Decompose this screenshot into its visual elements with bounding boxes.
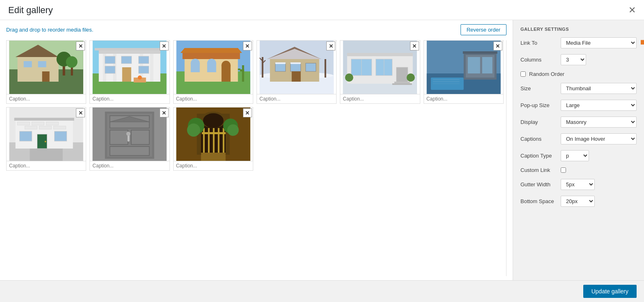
svg-rect-119 <box>218 128 219 155</box>
gallery-item: ✕ <box>89 107 170 171</box>
caption-input[interactable] <box>90 161 169 170</box>
bottom-space-select[interactable]: 0px 5px 10px 15px 20px 25px 30px <box>561 196 595 207</box>
update-gallery-button[interactable]: Update gallery <box>583 285 637 298</box>
svg-rect-62 <box>347 53 413 56</box>
gallery-image <box>90 41 169 94</box>
svg-rect-3 <box>18 57 59 82</box>
display-row: Display Default Masonry Slider <box>520 117 637 128</box>
gallery-image <box>174 108 253 161</box>
svg-rect-69 <box>392 83 412 85</box>
svg-rect-121 <box>202 132 225 134</box>
remove-item-button[interactable]: ✕ <box>76 41 85 50</box>
gallery-item: ✕ <box>340 40 420 104</box>
modal-title: Edit gallery <box>8 5 53 16</box>
svg-rect-126 <box>201 153 225 161</box>
caption-type-select[interactable]: p h1 h2 h3 h4 h5 h6 <box>561 150 589 161</box>
svg-rect-6 <box>38 61 46 67</box>
caption-input[interactable] <box>7 94 86 103</box>
popup-size-select[interactable]: Small Medium Large Full Size <box>561 100 637 111</box>
settings-panel: GALLERY SETTINGS Link To Media File Atta… <box>513 20 644 280</box>
svg-point-70 <box>345 73 353 82</box>
caption-input[interactable] <box>174 94 253 103</box>
svg-point-71 <box>407 73 415 82</box>
svg-rect-105 <box>131 130 149 144</box>
remove-item-button[interactable]: ✕ <box>410 41 419 50</box>
gallery-image <box>257 41 336 94</box>
captions-select[interactable]: Always Visible On Image Hover No Caption… <box>561 133 637 144</box>
remove-item-button[interactable]: ✕ <box>76 108 85 117</box>
gallery-item: ✕ <box>257 40 337 104</box>
caption-input[interactable] <box>340 94 419 103</box>
link-to-select[interactable]: Media File Attachment Page Custom URL No… <box>561 37 637 48</box>
remove-item-button[interactable]: ✕ <box>243 108 252 117</box>
svg-rect-5 <box>24 61 32 67</box>
gallery-item: ✕ <box>6 40 86 104</box>
gallery-item: ✕ <box>424 40 504 104</box>
svg-rect-96 <box>14 118 74 121</box>
gallery-panel: Drag and drop to reorder media files. Re… <box>0 20 513 280</box>
svg-rect-79 <box>463 51 497 54</box>
display-label: Display <box>520 119 557 125</box>
size-select[interactable]: Thumbnail Medium Large Full Size <box>561 83 637 94</box>
svg-rect-78 <box>482 57 492 73</box>
caption-input[interactable] <box>174 161 253 170</box>
caption-input[interactable] <box>424 94 503 103</box>
remove-item-button[interactable]: ✕ <box>493 41 502 50</box>
svg-rect-58 <box>325 59 326 78</box>
svg-point-28 <box>138 76 142 80</box>
svg-marker-33 <box>180 48 242 53</box>
svg-rect-67 <box>396 67 408 84</box>
svg-rect-117 <box>208 128 209 155</box>
random-order-checkbox[interactable] <box>520 71 526 77</box>
svg-rect-22 <box>105 66 115 73</box>
caption-input[interactable] <box>257 94 336 103</box>
svg-rect-88 <box>46 122 59 125</box>
size-label: Size <box>520 85 557 92</box>
modal-body: Drag and drop to reorder media files. Re… <box>0 20 644 280</box>
svg-rect-50 <box>291 63 301 71</box>
caption-type-row: Caption Type p h1 h2 h3 h4 h5 h6 <box>520 150 637 161</box>
gallery-item: ✕ <box>173 40 253 104</box>
svg-rect-77 <box>468 57 480 73</box>
modal-footer: Update gallery <box>0 280 644 302</box>
svg-rect-86 <box>18 122 30 125</box>
gutter-width-row: Gutter Width 0px 2px 5px 10px 15px 20px <box>520 179 637 190</box>
reverse-order-button[interactable]: Reverse order <box>461 24 506 35</box>
random-order-label[interactable]: Random Order <box>529 71 564 77</box>
link-to-label: Link To <box>520 40 557 46</box>
gallery-image <box>7 41 86 94</box>
caption-input[interactable] <box>7 161 86 170</box>
gallery-item: ✕ <box>173 107 253 171</box>
svg-point-11 <box>66 56 78 68</box>
gallery-item: ✕ <box>89 40 170 104</box>
svg-rect-92 <box>20 131 32 141</box>
close-button[interactable]: ✕ <box>628 6 636 15</box>
remove-item-button[interactable]: ✕ <box>160 41 169 50</box>
custom-link-checkbox[interactable] <box>561 167 566 173</box>
caption-input[interactable] <box>90 94 169 103</box>
svg-rect-91 <box>54 126 66 129</box>
svg-rect-51 <box>306 63 316 71</box>
gallery-scroll-area[interactable]: ✕ <box>6 40 506 276</box>
svg-rect-40 <box>242 65 244 82</box>
svg-rect-19 <box>105 56 115 64</box>
svg-rect-32 <box>182 53 240 59</box>
gallery-grid: ✕ <box>6 40 504 171</box>
svg-point-125 <box>227 124 238 136</box>
display-select[interactable]: Default Masonry Slider <box>561 117 637 128</box>
captions-label: Captions <box>520 136 557 142</box>
svg-rect-90 <box>39 126 52 129</box>
settings-title: GALLERY SETTINGS <box>520 27 637 32</box>
svg-rect-53 <box>275 62 286 64</box>
remove-item-button[interactable]: ✕ <box>326 41 335 50</box>
svg-rect-120 <box>222 128 224 155</box>
svg-point-95 <box>45 141 46 142</box>
remove-item-button[interactable]: ✕ <box>160 108 169 117</box>
remove-item-button[interactable]: ✕ <box>243 41 252 50</box>
columns-select[interactable]: 1 2 3 4 5 6 7 8 9 <box>561 54 586 65</box>
gallery-image <box>7 108 86 161</box>
svg-rect-104 <box>110 130 128 144</box>
gutter-width-select[interactable]: 0px 2px 5px 10px 15px 20px <box>561 179 595 190</box>
svg-point-123 <box>187 124 200 137</box>
svg-marker-26 <box>95 48 165 50</box>
